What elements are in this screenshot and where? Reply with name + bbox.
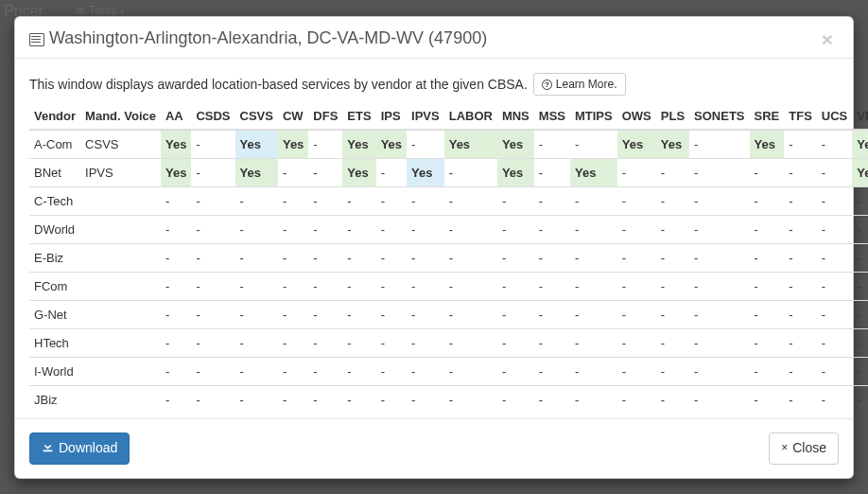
service-cell: -	[235, 273, 278, 301]
col-header[interactable]: IPS	[376, 103, 407, 130]
close-button[interactable]: × Close	[769, 432, 839, 465]
service-cell: -	[444, 358, 497, 386]
service-cell: -	[191, 329, 234, 358]
service-cell: -	[191, 130, 234, 159]
col-header[interactable]: CSVS	[235, 103, 278, 130]
service-cell: -	[407, 273, 444, 301]
service-cell: -	[191, 187, 234, 216]
col-header[interactable]: AA	[161, 103, 191, 130]
modal-footer: Download × Close	[15, 418, 853, 478]
service-cell: -	[534, 187, 570, 216]
service-cell: -	[656, 244, 689, 273]
col-header[interactable]: VPNS	[852, 103, 868, 130]
service-cell: Yes	[235, 130, 278, 159]
service-cell: -	[617, 159, 656, 187]
service-cell: -	[852, 187, 868, 216]
mand-voice-cell: CSVS	[80, 130, 161, 159]
service-cell: -	[817, 130, 852, 159]
service-cell: -	[407, 358, 444, 386]
col-header[interactable]: Mand. Voice	[80, 103, 161, 130]
mand-voice-cell	[80, 216, 161, 244]
service-cell: Yes	[235, 159, 278, 187]
col-header[interactable]: IPVS	[407, 103, 444, 130]
service-cell: -	[784, 386, 817, 415]
service-cell: -	[656, 159, 689, 187]
intro-row: This window displays awarded location-ba…	[29, 73, 839, 96]
service-cell: -	[308, 244, 342, 273]
services-table: VendorMand. VoiceAACSDSCSVSCWDFSETSIPSIP…	[29, 103, 868, 414]
service-cell: -	[407, 130, 444, 159]
service-cell: -	[570, 216, 617, 244]
service-cell: Yes	[750, 130, 785, 159]
service-cell: -	[376, 301, 407, 329]
mand-voice-cell	[80, 187, 161, 216]
service-cell: -	[750, 216, 785, 244]
service-cell: -	[308, 187, 342, 216]
service-cell: -	[444, 301, 497, 329]
col-header[interactable]: MTIPS	[570, 103, 617, 130]
service-cell: -	[617, 273, 656, 301]
table-row: JBiz-------------------	[29, 386, 868, 415]
service-cell: -	[444, 187, 497, 216]
service-cell: -	[376, 216, 407, 244]
col-header[interactable]: OWS	[617, 103, 656, 130]
service-cell: -	[784, 358, 817, 386]
table-row: I-World-------------------	[29, 358, 868, 386]
service-cell: -	[689, 358, 749, 386]
service-cell: -	[617, 301, 656, 329]
service-cell: -	[750, 329, 785, 358]
service-cell: -	[570, 358, 617, 386]
service-cell: -	[235, 216, 278, 244]
service-cell: -	[161, 386, 191, 415]
col-header[interactable]: SONETS	[689, 103, 749, 130]
service-cell: -	[817, 301, 852, 329]
service-cell: -	[161, 301, 191, 329]
service-cell: -	[784, 273, 817, 301]
vendor-cell: C-Tech	[29, 187, 80, 216]
col-header[interactable]: ETS	[342, 103, 375, 130]
col-header[interactable]: UCS	[817, 103, 852, 130]
col-header[interactable]: CW	[278, 103, 308, 130]
service-cell: -	[852, 329, 868, 358]
close-icon[interactable]: ×	[816, 28, 839, 50]
col-header[interactable]: CSDS	[191, 103, 234, 130]
col-header[interactable]: LABOR	[444, 103, 497, 130]
close-label: Close	[792, 439, 826, 458]
intro-text: This window displays awarded location-ba…	[29, 77, 528, 92]
service-cell: Yes	[342, 130, 375, 159]
service-cell: -	[570, 301, 617, 329]
service-cell: -	[308, 386, 342, 415]
col-header[interactable]: MSS	[534, 103, 570, 130]
service-cell: -	[161, 244, 191, 273]
service-cell: Yes	[444, 130, 497, 159]
service-cell: -	[342, 386, 375, 415]
service-cell: -	[308, 216, 342, 244]
service-cell: -	[161, 329, 191, 358]
service-cell: -	[497, 244, 534, 273]
service-cell: -	[278, 187, 308, 216]
col-header[interactable]: SRE	[750, 103, 785, 130]
learn-more-button[interactable]: ? Learn More.	[533, 73, 626, 96]
col-header[interactable]: Vendor	[29, 103, 80, 130]
service-cell: -	[617, 329, 656, 358]
service-cell: -	[656, 187, 689, 216]
service-cell: -	[376, 386, 407, 415]
service-cell: -	[278, 358, 308, 386]
col-header[interactable]: DFS	[308, 103, 342, 130]
service-cell: Yes	[407, 159, 444, 187]
col-header[interactable]: MNS	[497, 103, 534, 130]
service-cell: Yes	[497, 159, 534, 187]
service-cell: -	[534, 329, 570, 358]
services-modal: Washington-Arlington-Alexandria, DC-VA-M…	[14, 16, 854, 479]
download-button[interactable]: Download	[29, 432, 130, 465]
service-cell: -	[191, 216, 234, 244]
vendor-cell: BNet	[29, 159, 80, 187]
service-cell: -	[656, 329, 689, 358]
service-cell: -	[342, 216, 375, 244]
service-cell: -	[191, 273, 234, 301]
service-cell: -	[235, 301, 278, 329]
col-header[interactable]: TFS	[784, 103, 817, 130]
service-cell: -	[852, 386, 868, 415]
col-header[interactable]: PLS	[656, 103, 689, 130]
list-icon	[29, 33, 43, 44]
